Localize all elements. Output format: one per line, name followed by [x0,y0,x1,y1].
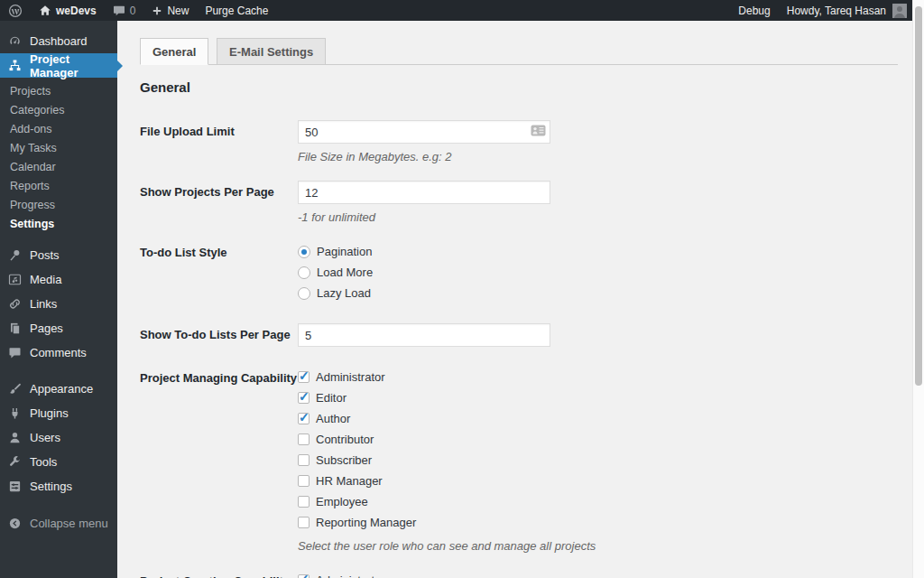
sidebar-item-project-manager[interactable]: Project Manager [0,53,117,78]
collapse-menu-label: Collapse menu [30,517,108,530]
reporting-manager-checkbox[interactable] [298,517,310,528]
sidebar-label-comments: Comments [30,346,87,359]
active-menu-arrow [117,61,123,71]
subscriber-checkbox[interactable] [298,454,310,466]
radio-option-load-more[interactable]: Load More [298,262,912,283]
purge-cache-menu[interactable]: Purge Cache [197,0,276,21]
avatar [892,4,907,18]
pages-icon [8,322,22,335]
sidebar-item-links[interactable]: Links [0,292,117,316]
checkbox-option-administrator[interactable]: Administrator [298,367,912,387]
radio-option-lazy-load[interactable]: Lazy Load [298,283,912,303]
autofill-contact-icon[interactable] [531,125,546,136]
comments-menu[interactable]: 0 [105,0,144,21]
checkbox-option-subscriber[interactable]: Subscriber [298,450,912,471]
projects-per-page-help: -1 for unlimited [298,210,912,224]
sidebar-label-links: Links [30,297,57,311]
site-menu[interactable]: weDevs [31,0,105,21]
page-scrollbar[interactable] [912,0,924,578]
tab-general[interactable]: General [140,38,208,65]
reporting-manager-label: Reporting Manager [316,516,416,529]
hr-manager-label: HR Manager [316,474,383,488]
sidebar-item-plugins[interactable]: Plugins [0,401,117,425]
employee-checkbox[interactable] [298,496,310,508]
tools-icon [8,455,22,469]
checkbox-option-reporting-manager[interactable]: Reporting Manager [298,512,912,533]
todo-lists-per-page-input[interactable] [298,323,550,347]
debug-menu[interactable]: Debug [730,0,778,21]
sidebar-item-settings[interactable]: Settings [0,474,117,499]
row-creating-capability: Project Creating Capability Administrato… [140,570,912,578]
account-menu[interactable]: Howdy, Tareq Hasan [779,0,912,21]
submenu-item-calendar[interactable]: Calendar [0,158,117,177]
links-icon [8,297,22,311]
main-content: General E-Mail Settings General File Upl… [117,21,912,578]
row-projects-per-page: Show Projects Per Page -1 for unlimited [140,181,912,224]
comments-icon [8,346,22,359]
contributor-checkbox[interactable] [298,434,310,445]
submenu-item-reports[interactable]: Reports [0,177,117,196]
pagination-label: Pagination [317,245,372,258]
load-more-radio[interactable] [298,266,310,279]
author-checkbox[interactable] [298,413,310,424]
row-file-upload-limit: File Upload Limit File Size in Megabytes… [140,120,912,163]
sidebar-label-dashboard: Dashboard [30,34,88,48]
administrator-label: Administrator [316,370,385,384]
administrator-checkbox[interactable] [298,371,310,383]
dashboard-icon [8,34,22,48]
file-upload-limit-help: File Size in Megabytes. e.g: 2 [298,150,912,163]
sidebar-separator [0,365,117,377]
sidebar-item-tools[interactable]: Tools [0,450,117,474]
hr-manager-checkbox[interactable] [298,475,310,487]
checkbox-option-creating-administrator[interactable]: Administrator [298,570,912,578]
submenu-item-progress[interactable]: Progress [0,196,117,215]
debug-label: Debug [738,5,770,17]
lazy-load-radio[interactable] [298,287,310,300]
submenu-item-my-tasks[interactable]: My Tasks [0,139,117,158]
projects-per-page-input[interactable] [298,181,550,204]
sidebar-item-dashboard[interactable]: Dashboard [0,29,117,53]
todo-lists-per-page-label: Show To-do Lists Per Page [140,323,298,347]
creating-administrator-checkbox[interactable] [298,574,310,578]
wordpress-logo-menu[interactable] [0,0,31,21]
tab-email-settings[interactable]: E-Mail Settings [217,38,326,65]
row-todo-lists-per-page: Show To-do Lists Per Page [140,323,912,347]
pin-icon [8,248,22,262]
checkbox-option-editor[interactable]: Editor [298,387,912,408]
checkbox-option-contributor[interactable]: Contributor [298,429,912,450]
pagination-radio[interactable] [298,246,310,258]
row-todo-list-style: To-do List Style Pagination Load More La… [140,241,912,303]
radio-option-pagination[interactable]: Pagination [298,241,912,262]
sidebar-item-users[interactable]: Users [0,425,117,450]
sidebar-item-media[interactable]: Media [0,267,117,292]
editor-label: Editor [316,391,346,405]
contributor-label: Contributor [316,433,374,446]
editor-checkbox[interactable] [298,392,310,404]
creating-administrator-label: Administrator [316,573,385,578]
load-more-label: Load More [317,266,373,279]
submenu-item-categories[interactable]: Categories [0,101,117,120]
subscriber-label: Subscriber [316,453,372,467]
creating-capability-label: Project Creating Capability [140,570,298,578]
checkbox-option-author[interactable]: Author [298,408,912,429]
sidebar-label-plugins: Plugins [30,406,69,420]
sidebar-item-appearance[interactable]: Appearance [0,377,117,401]
new-content-menu[interactable]: New [143,0,197,21]
scrollbar-thumb[interactable] [915,6,922,386]
sidebar-item-pages[interactable]: Pages [0,316,117,340]
sidebar-label-project-manager: Project Manager [30,52,117,79]
submenu-item-settings[interactable]: Settings [0,215,117,234]
managing-capability-help: Select the user role who can see and man… [298,539,912,553]
submenu-item-projects[interactable]: Projects [0,82,117,101]
sidebar-item-comments[interactable]: Comments [0,340,117,365]
submenu-item-add-ons[interactable]: Add-ons [0,120,117,139]
avatar-silhouette-icon [892,4,907,18]
checkbox-option-hr-manager[interactable]: HR Manager [298,471,912,491]
checkbox-option-employee[interactable]: Employee [298,491,912,512]
row-managing-capability: Project Managing Capability Administrato… [140,367,912,553]
file-upload-limit-input[interactable] [298,120,550,144]
sidebar-item-posts[interactable]: Posts [0,243,117,267]
sidebar-label-media: Media [30,273,61,286]
settings-form: File Upload Limit File Size in Megabytes… [140,120,912,578]
collapse-menu-button[interactable]: Collapse menu [0,511,117,536]
